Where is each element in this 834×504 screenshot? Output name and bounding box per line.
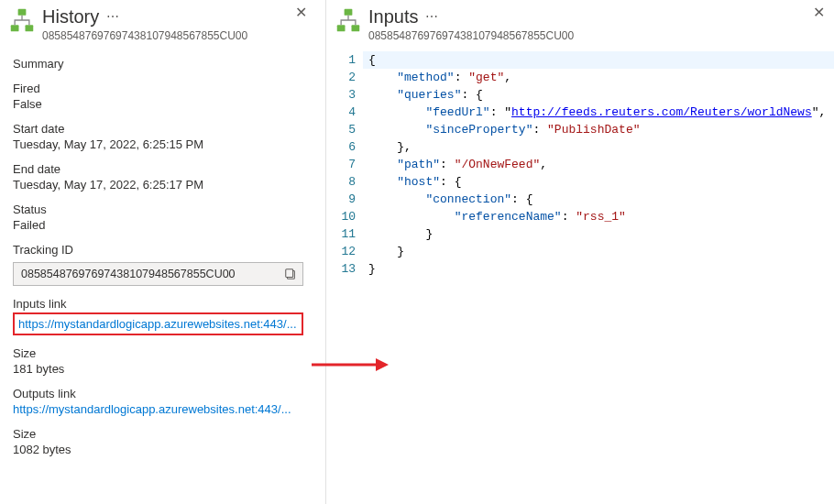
svg-rect-7 — [345, 9, 353, 16]
json-editor[interactable]: 12345678910111213 { "method": "get", "qu… — [326, 48, 834, 504]
history-subtitle: 08585487697697438107948567855CU00 — [42, 29, 307, 42]
logic-app-icon — [9, 7, 35, 33]
copy-icon[interactable] — [284, 268, 297, 280]
fired-label: Fired — [13, 82, 303, 95]
inputs-link-label: Inputs link — [13, 297, 303, 311]
svg-marker-6 — [376, 358, 389, 371]
outputs-size-label: Size — [13, 427, 303, 441]
status-value: Failed — [13, 218, 303, 232]
svg-rect-0 — [18, 9, 27, 16]
fired-value: False — [13, 97, 303, 111]
svg-rect-2 — [26, 25, 34, 31]
outputs-link[interactable]: https://mystandardlogicapp.azurewebsites… — [13, 402, 291, 416]
summary-label: Summary — [13, 57, 303, 71]
tracking-id-label: Tracking ID — [13, 243, 303, 257]
history-title: History — [42, 5, 99, 27]
callout-arrow — [312, 356, 376, 374]
more-icon[interactable]: ⋯ — [423, 8, 440, 25]
svg-rect-8 — [337, 25, 346, 31]
logic-app-icon — [335, 7, 361, 33]
start-date-value: Tuesday, May 17, 2022, 6:25:15 PM — [13, 137, 303, 151]
inputs-link-highlight: https://mystandardlogicapp.azurewebsites… — [13, 312, 303, 335]
svg-rect-9 — [352, 25, 360, 31]
tracking-id-box: 08585487697697438107948567855CU00 — [13, 262, 303, 286]
end-date-label: End date — [13, 162, 303, 176]
close-icon[interactable]: ✕ — [295, 5, 307, 20]
more-icon[interactable]: ⋯ — [104, 8, 121, 25]
history-header: History ⋯ 08585487697697438107948567855C… — [0, 0, 316, 48]
end-date-value: Tuesday, May 17, 2022, 6:25:17 PM — [13, 178, 303, 192]
inputs-subtitle: 08585487697697438107948567855CU00 — [368, 29, 825, 42]
inputs-header: Inputs ⋯ 08585487697697438107948567855CU… — [326, 0, 834, 48]
svg-rect-1 — [11, 25, 19, 31]
inputs-size-label: Size — [13, 346, 303, 360]
tracking-id-value: 08585487697697438107948567855CU00 — [21, 268, 236, 280]
outputs-size-value: 1082 bytes — [13, 443, 303, 456]
inputs-title: Inputs — [368, 5, 418, 27]
inputs-link[interactable]: https://mystandardlogicapp.azurewebsites… — [18, 317, 297, 331]
close-icon[interactable]: ✕ — [813, 5, 825, 20]
status-label: Status — [13, 203, 303, 216]
svg-rect-4 — [286, 269, 293, 278]
start-date-label: Start date — [13, 122, 303, 136]
inputs-size-value: 181 bytes — [13, 362, 303, 376]
outputs-link-label: Outputs link — [13, 387, 303, 400]
